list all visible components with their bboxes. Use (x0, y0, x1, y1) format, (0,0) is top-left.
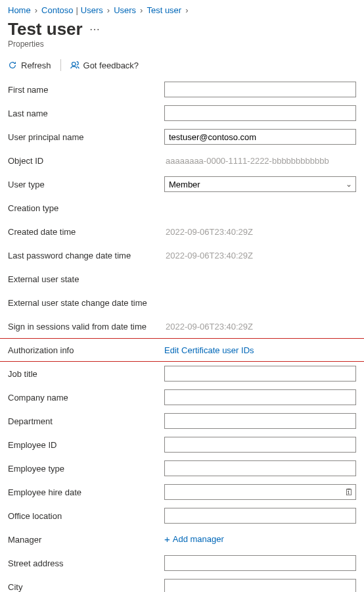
properties-form: First name Last name User principal name… (0, 78, 364, 592)
label-employee-type: Employee type (8, 464, 164, 474)
toolbar: Refresh Got feedback? (0, 55, 364, 78)
more-icon[interactable]: ⋯ (89, 23, 100, 36)
feedback-icon (70, 61, 80, 70)
plus-icon: + (164, 534, 170, 544)
object-id-value: aaaaaaaa-0000-1111-2222-bbbbbbbbbbbb (164, 155, 356, 167)
row-created-dt: Created date time 2022-09-06T23:40:29Z (0, 220, 364, 243)
label-last-name: Last name (8, 109, 164, 118)
label-ext-user-state: External user state (8, 274, 164, 284)
first-name-input[interactable] (164, 82, 356, 97)
row-upn: User principal name (0, 125, 364, 149)
label-upn: User principal name (8, 132, 164, 142)
breadcrumb-tenant[interactable]: Contoso (41, 5, 73, 15)
row-last-name: Last name (0, 101, 364, 125)
chevron-right-icon: › (35, 5, 37, 15)
job-title-input[interactable] (164, 366, 356, 382)
label-job-title: Job title (8, 369, 164, 379)
label-city: City (8, 582, 164, 592)
last-name-input[interactable] (164, 105, 356, 121)
chevron-right-icon: › (107, 5, 110, 15)
breadcrumb-users-1[interactable]: Users (81, 5, 103, 15)
refresh-icon (8, 61, 17, 70)
label-first-name: First name (8, 85, 164, 95)
row-ext-user-state: External user state (0, 267, 364, 291)
label-manager: Manager (8, 535, 164, 545)
row-employee-type: Employee type (0, 456, 364, 480)
user-type-select[interactable]: Member (164, 176, 356, 192)
label-creation-type: Creation type (8, 203, 164, 213)
row-office-location: Office location (0, 504, 364, 528)
office-location-input[interactable] (164, 508, 356, 524)
label-last-pwd-change: Last password change date time (8, 251, 164, 260)
breadcrumb: Home › Contoso | Users › Users › Test us… (0, 0, 364, 18)
row-company-name: Company name (0, 385, 364, 409)
svg-point-0 (72, 62, 76, 66)
feedback-label: Got feedback? (83, 61, 139, 70)
label-street-address: Street address (8, 558, 164, 568)
row-ext-user-state-change: External user state change date time (0, 291, 364, 314)
row-department: Department (0, 409, 364, 433)
row-last-pwd-change: Last password change date time 2022-09-0… (0, 243, 364, 267)
row-signin-valid-from: Sign in sessions valid from date time 20… (0, 314, 364, 338)
street-address-input[interactable] (164, 555, 356, 571)
feedback-button[interactable]: Got feedback? (70, 61, 139, 70)
add-manager-label: Add manager (173, 534, 224, 544)
row-user-type: User type Member ⌄ (0, 172, 364, 196)
breadcrumb-users-2[interactable]: Users (114, 5, 136, 15)
breadcrumb-pipe: | (76, 5, 78, 15)
chevron-right-icon: › (185, 5, 188, 15)
breadcrumb-home[interactable]: Home (8, 5, 31, 15)
label-object-id: Object ID (8, 156, 164, 166)
employee-hire-date-input[interactable] (164, 484, 356, 500)
row-first-name: First name (0, 78, 364, 101)
signin-valid-from-value: 2022-09-06T23:40:29Z (164, 320, 356, 333)
page-subtitle: Properties (0, 39, 364, 55)
label-company-name: Company name (8, 393, 164, 403)
row-authorization-info: Authorization info Edit Certificate user… (0, 338, 364, 362)
row-employee-id: Employee ID (0, 433, 364, 456)
label-user-type: User type (8, 180, 164, 189)
row-manager: Manager + Add manager (0, 528, 364, 551)
upn-input[interactable] (164, 129, 356, 145)
calendar-icon[interactable]: 🗓 (344, 487, 353, 497)
department-input[interactable] (164, 413, 356, 429)
label-department: Department (8, 416, 164, 426)
toolbar-separator (60, 59, 61, 71)
breadcrumb-user[interactable]: Test user (147, 5, 181, 15)
add-manager-link[interactable]: + Add manager (164, 534, 224, 544)
edit-certificate-user-ids-link[interactable]: Edit Certificate user IDs (164, 345, 254, 355)
label-created-dt: Created date time (8, 227, 164, 237)
page-title: Test user (8, 19, 83, 39)
label-authorization-info: Authorization info (8, 345, 164, 355)
employee-type-input[interactable] (164, 460, 356, 476)
refresh-button[interactable]: Refresh (8, 61, 51, 70)
label-employee-hire-date: Employee hire date (8, 487, 164, 497)
company-name-input[interactable] (164, 389, 356, 405)
row-city: City (0, 575, 364, 592)
row-object-id: Object ID aaaaaaaa-0000-1111-2222-bbbbbb… (0, 149, 364, 172)
label-ext-user-state-change: External user state change date time (8, 298, 164, 308)
label-employee-id: Employee ID (8, 440, 164, 450)
refresh-label: Refresh (21, 61, 51, 70)
created-dt-value: 2022-09-06T23:40:29Z (164, 226, 356, 238)
label-office-location: Office location (8, 511, 164, 521)
row-creation-type: Creation type (0, 196, 364, 220)
row-street-address: Street address (0, 551, 364, 575)
employee-id-input[interactable] (164, 437, 356, 453)
city-input[interactable] (164, 579, 356, 592)
row-job-title: Job title (0, 362, 364, 385)
last-pwd-change-value: 2022-09-06T23:40:29Z (164, 249, 356, 262)
chevron-right-icon: › (140, 5, 143, 15)
row-employee-hire-date: Employee hire date 🗓 (0, 480, 364, 504)
label-signin-valid-from: Sign in sessions valid from date time (8, 322, 164, 332)
